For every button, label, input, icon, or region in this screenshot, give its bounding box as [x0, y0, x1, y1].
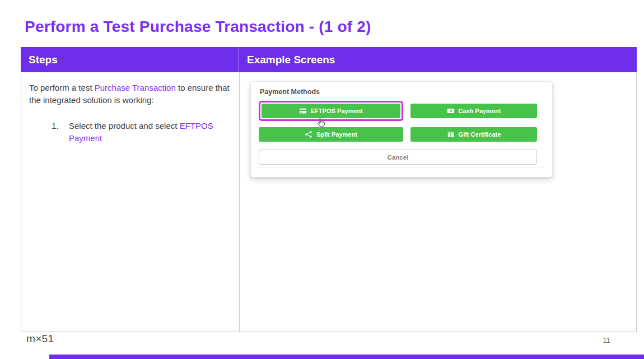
intro-text-prefix: To perform a test [29, 83, 95, 92]
footer-accent-bar [49, 355, 644, 359]
split-payment-label: Split Payment [316, 131, 357, 138]
cash-icon [447, 107, 455, 115]
steps-table: Steps Example Screens To perform a test … [21, 47, 637, 332]
page-title: Perform a Test Purchase Transaction - (1… [25, 18, 371, 36]
cancel-button[interactable]: Cancel [259, 150, 537, 165]
cash-payment-button[interactable]: Cash Payment [410, 104, 537, 118]
table-body-row: To perform a test Purchase Transaction t… [21, 72, 637, 332]
gift-certificate-label: Gift Certificate [459, 131, 501, 138]
gift-icon [447, 130, 455, 138]
eftpos-highlight-ring: EFTPOS Payment [259, 101, 403, 121]
steps-cell: To perform a test Purchase Transaction t… [21, 72, 240, 332]
payment-methods-dialog: Payment Methods EFTPOS Payment [250, 81, 553, 178]
column-header-steps: Steps [21, 47, 239, 72]
page-number: 11 [603, 336, 611, 344]
eftpos-payment-label: EFTPOS Payment [311, 108, 363, 114]
column-header-example-screens: Example Screens [239, 47, 637, 72]
eftpos-payment-button[interactable]: EFTPOS Payment [262, 104, 400, 118]
payment-buttons-grid: EFTPOS Payment Cash Payment [251, 96, 552, 142]
step-text-body: Select the product and select [69, 121, 180, 130]
step-text: Select the product and select EFTPOS Pay… [69, 120, 231, 144]
split-payment-icon [305, 130, 312, 138]
mx51-logo: m×51 [26, 333, 54, 345]
step-number: 1. [52, 120, 69, 144]
step-list-item-1: 1. Select the product and select EFTPOS … [29, 120, 231, 144]
table-header-row: Steps Example Screens [21, 47, 637, 72]
dialog-title: Payment Methods [251, 82, 552, 96]
example-screens-cell: Payment Methods EFTPOS Payment [240, 72, 636, 332]
split-payment-button[interactable]: Split Payment [259, 127, 403, 142]
credit-card-icon [299, 107, 307, 115]
gift-certificate-button[interactable]: Gift Certificate [410, 127, 537, 142]
slide: Perform a Test Purchase Transaction - (1… [0, 0, 644, 359]
cash-payment-label: Cash Payment [459, 108, 501, 114]
hand-cursor-icon [315, 117, 327, 129]
purchase-transaction-link[interactable]: Purchase Transaction [95, 83, 176, 92]
intro-paragraph: To perform a test Purchase Transaction t… [29, 82, 231, 106]
